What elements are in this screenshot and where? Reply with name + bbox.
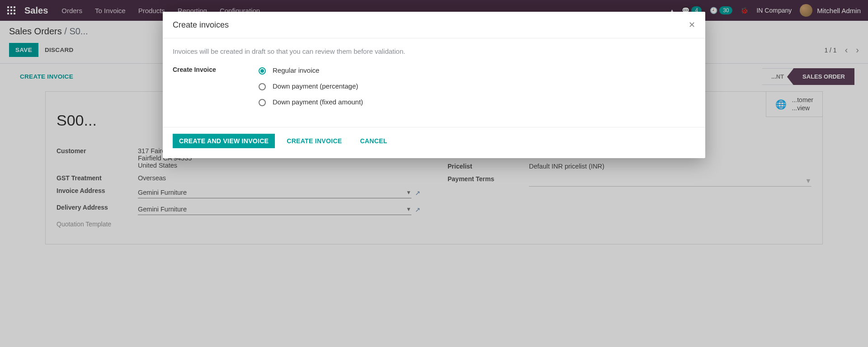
create-invoice-radio-group: Create Invoice Regular invoice Down paym… [173,66,695,113]
radio-percentage[interactable] [259,83,266,90]
radio-percentage-label: Down payment (percentage) [273,82,358,90]
modal-footer: Create and View Invoice Create Invoice C… [163,127,705,158]
radio-option-regular[interactable]: Regular invoice [256,66,363,75]
radio-regular-label: Regular invoice [273,66,319,74]
modal-body: Invoices will be created in draft so tha… [163,38,705,127]
create-and-view-invoice-button[interactable]: Create and View Invoice [173,134,275,148]
radio-option-percentage[interactable]: Down payment (percentage) [256,82,363,90]
radio-option-fixed[interactable]: Down payment (fixed amount) [256,98,363,106]
radio-fixed[interactable] [259,99,266,106]
cancel-button[interactable]: Cancel [354,134,393,148]
modal-hint: Invoices will be created in draft so tha… [173,47,695,55]
create-invoice-modal-button[interactable]: Create Invoice [280,134,348,148]
radio-group-label: Create Invoice [173,66,256,113]
radio-fixed-label: Down payment (fixed amount) [273,98,363,106]
create-invoices-modal: Create invoices ✕ Invoices will be creat… [163,12,705,158]
close-icon[interactable]: ✕ [689,20,695,30]
modal-header: Create invoices ✕ [163,12,705,38]
modal-title: Create invoices [173,20,229,30]
radio-regular[interactable] [259,67,266,75]
